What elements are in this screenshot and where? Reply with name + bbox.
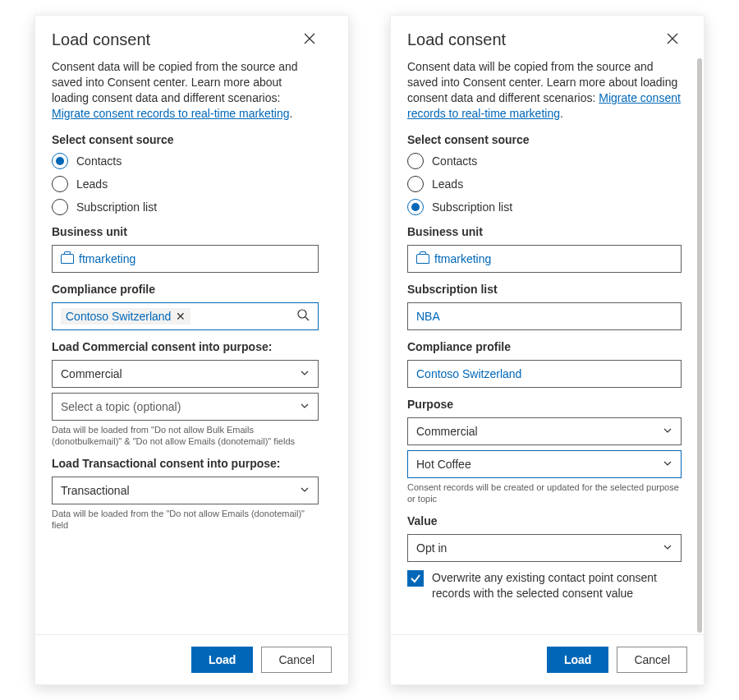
- compliance-profile-label: Compliance profile: [407, 340, 682, 353]
- cancel-button[interactable]: Cancel: [261, 647, 332, 673]
- chevron-down-icon: [663, 425, 672, 438]
- button-label: Load: [209, 653, 236, 666]
- radio-label: Leads: [76, 177, 108, 191]
- value-label: Value: [407, 514, 682, 527]
- topic-select[interactable]: Hot Coffee: [407, 450, 682, 478]
- overwrite-label: Overwrite any existing contact point con…: [432, 570, 682, 601]
- radio-icon: [52, 176, 68, 192]
- close-button[interactable]: [663, 31, 682, 49]
- chevron-down-icon: [300, 367, 310, 380]
- load-button[interactable]: Load: [547, 647, 608, 673]
- close-icon: [667, 33, 678, 47]
- commercial-purpose-select[interactable]: Commercial: [52, 360, 319, 388]
- business-unit-input[interactable]: ftmarketing: [407, 245, 682, 273]
- radio-subscription-list[interactable]: Subscription list: [407, 199, 682, 215]
- intro-suffix: .: [560, 107, 563, 120]
- radio-icon: [52, 199, 68, 215]
- radio-leads[interactable]: Leads: [407, 176, 682, 192]
- radio-label: Subscription list: [76, 200, 157, 214]
- radio-subscription-list[interactable]: Subscription list: [52, 199, 319, 215]
- business-unit-value: ftmarketing: [79, 252, 135, 265]
- source-label: Select consent source: [52, 133, 319, 146]
- radio-icon: [407, 176, 424, 192]
- intro-suffix: .: [289, 107, 292, 120]
- radio-label: Contacts: [432, 154, 477, 168]
- close-button[interactable]: [301, 31, 319, 49]
- select-value: Commercial: [416, 425, 478, 438]
- panel-footer: Load Cancel: [35, 634, 348, 684]
- radio-contacts[interactable]: Contacts: [52, 153, 319, 169]
- chevron-down-icon: [663, 541, 672, 555]
- panel-title: Load consent: [52, 30, 150, 49]
- radio-icon: [407, 153, 424, 169]
- search-icon[interactable]: [296, 308, 310, 324]
- compliance-profile-input[interactable]: Contoso Switzerland: [407, 360, 682, 388]
- select-value: Opt in: [416, 541, 447, 555]
- scrollbar[interactable]: [697, 58, 702, 633]
- commercial-topic-select[interactable]: Select a topic (optional): [52, 393, 319, 421]
- purpose-helper-text: Consent records will be created or updat…: [407, 481, 682, 505]
- purpose-label: Purpose: [407, 398, 682, 411]
- commercial-helper-text: Data will be loaded from "Do not allow B…: [52, 424, 319, 448]
- commercial-purpose-label: Load Commercial consent into purpose:: [52, 340, 319, 353]
- subscription-list-input[interactable]: NBA: [407, 302, 682, 330]
- intro-prefix: Consent data will be copied from the sou…: [52, 60, 298, 104]
- intro-text: Consent data will be copied from the sou…: [52, 59, 319, 122]
- transactional-helper-text: Data will be loaded from the "Do not all…: [52, 508, 319, 532]
- transactional-purpose-select[interactable]: Transactional: [52, 477, 319, 504]
- svg-line-3: [305, 317, 309, 320]
- migrate-link[interactable]: Migrate consent records to real-time mar…: [52, 107, 289, 120]
- radio-icon: [407, 199, 424, 215]
- load-consent-panel-subscription: Load consent Consent data will be copied…: [390, 15, 705, 685]
- svg-point-2: [298, 310, 306, 318]
- subscription-list-value: NBA: [416, 310, 440, 323]
- source-label: Select consent source: [407, 133, 682, 146]
- compliance-profile-lookup[interactable]: Contoso Switzerland ✕: [52, 302, 319, 330]
- select-value: Transactional: [61, 484, 130, 497]
- briefcase-icon: [61, 254, 74, 264]
- button-label: Cancel: [634, 653, 670, 666]
- select-value: Commercial: [61, 367, 122, 380]
- panel-footer: Load Cancel: [391, 634, 704, 684]
- compliance-profile-tag: Contoso Switzerland ✕: [61, 308, 190, 325]
- business-unit-label: Business unit: [52, 225, 319, 238]
- purpose-select[interactable]: Commercial: [407, 417, 682, 445]
- checkbox-checked-icon: [407, 570, 424, 587]
- radio-label: Subscription list: [432, 200, 512, 214]
- radio-label: Leads: [432, 177, 463, 191]
- tag-remove-icon[interactable]: ✕: [176, 310, 186, 323]
- compliance-profile-label: Compliance profile: [52, 283, 319, 296]
- button-label: Load: [564, 653, 591, 666]
- load-button[interactable]: Load: [191, 647, 253, 673]
- tag-text: Contoso Switzerland: [66, 310, 171, 323]
- load-consent-panel-contacts: Load consent Consent data will be copied…: [34, 15, 349, 685]
- chevron-down-icon: [663, 458, 672, 471]
- select-placeholder: Select a topic (optional): [61, 400, 181, 413]
- business-unit-label: Business unit: [407, 225, 682, 238]
- intro-text: Consent data will be copied from the sou…: [407, 59, 682, 122]
- business-unit-value: ftmarketing: [434, 252, 491, 265]
- cancel-button[interactable]: Cancel: [617, 647, 687, 673]
- value-select[interactable]: Opt in: [407, 534, 682, 562]
- close-icon: [304, 33, 315, 47]
- radio-leads[interactable]: Leads: [52, 176, 319, 192]
- briefcase-icon: [416, 254, 429, 264]
- transactional-purpose-label: Load Transactional consent into purpose:: [52, 457, 319, 470]
- business-unit-input[interactable]: ftmarketing: [52, 245, 319, 273]
- radio-label: Contacts: [76, 154, 122, 168]
- overwrite-checkbox-row[interactable]: Overwrite any existing contact point con…: [407, 570, 682, 601]
- button-label: Cancel: [278, 653, 314, 666]
- chevron-down-icon: [300, 400, 310, 413]
- subscription-list-label: Subscription list: [407, 283, 682, 296]
- chevron-down-icon: [300, 484, 310, 497]
- compliance-profile-value: Contoso Switzerland: [416, 367, 521, 380]
- radio-contacts[interactable]: Contacts: [407, 153, 682, 169]
- radio-icon: [52, 153, 68, 169]
- panel-title: Load consent: [407, 30, 506, 49]
- select-value: Hot Coffee: [416, 458, 471, 471]
